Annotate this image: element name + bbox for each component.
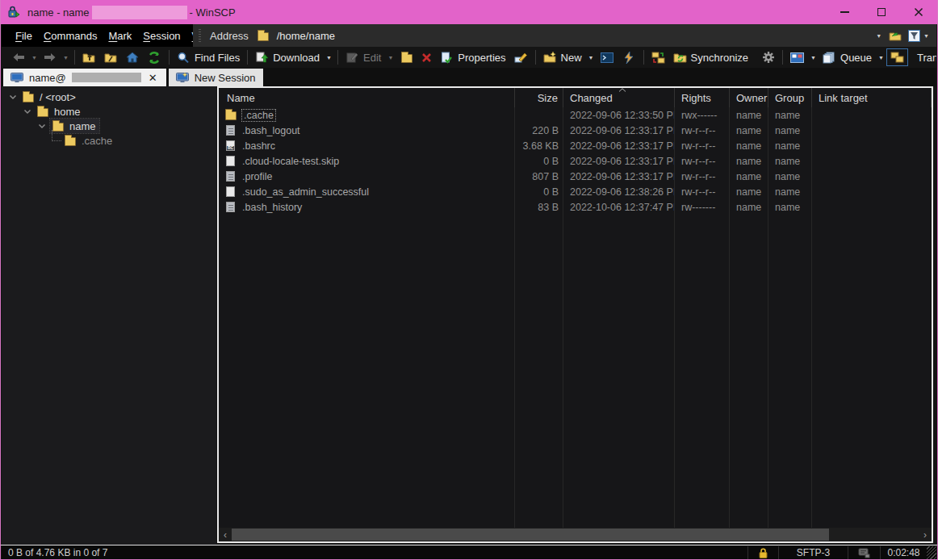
redacted-hostname bbox=[92, 6, 187, 19]
close-icon bbox=[914, 7, 923, 17]
properties-label: Properties bbox=[458, 52, 505, 64]
file-row[interactable]: .cache 2022-09-06 12:33:50 PM rwx------ … bbox=[219, 107, 932, 123]
horizontal-scrollbar[interactable]: ‹ › bbox=[219, 528, 932, 541]
download-button[interactable]: Download bbox=[251, 48, 324, 67]
session-info-cell[interactable] bbox=[848, 546, 880, 559]
preferences-button[interactable] bbox=[757, 48, 779, 67]
folder-icon bbox=[21, 90, 35, 103]
scroll-left-icon[interactable]: ‹ bbox=[219, 528, 232, 541]
tree-item-root[interactable]: / <root> bbox=[2, 90, 216, 104]
address-dropdown-icon[interactable]: ▼ bbox=[876, 33, 881, 39]
refresh-button[interactable] bbox=[144, 48, 165, 67]
file-row[interactable]: .bashrc 3.68 KB 2022-09-06 12:33:17 PM r… bbox=[219, 138, 932, 153]
encryption-lock-cell[interactable] bbox=[747, 546, 778, 559]
session-tab-label: name@ bbox=[29, 72, 66, 84]
find-files-button[interactable]: Find Files bbox=[173, 48, 244, 67]
column-header-size[interactable]: Size bbox=[515, 88, 563, 107]
session-tab-active[interactable]: name@ ✕ bbox=[3, 69, 166, 86]
duplicate-button[interactable] bbox=[396, 48, 417, 67]
edit-dropdown-icon[interactable]: ▼ bbox=[387, 55, 393, 61]
tree-item-home[interactable]: home bbox=[2, 104, 216, 119]
maximize-button[interactable] bbox=[863, 0, 900, 24]
open-console-button[interactable] bbox=[597, 48, 618, 67]
protocol-cell[interactable]: SFTP-3 bbox=[778, 546, 848, 559]
tree-item-name-label: name bbox=[69, 120, 96, 132]
column-header-rights[interactable]: Rights bbox=[675, 88, 730, 107]
file-row[interactable]: .sudo_as_admin_successful 0 B 2022-09-06… bbox=[219, 184, 932, 199]
menu-file[interactable]: File bbox=[10, 24, 38, 47]
chevron-down-icon[interactable] bbox=[23, 107, 32, 116]
tree-item-root-label: / <root> bbox=[40, 91, 76, 103]
custom-commands-button[interactable] bbox=[618, 48, 640, 67]
new-dropdown-icon[interactable]: ▼ bbox=[588, 55, 594, 61]
new-session-tab[interactable]: New Session bbox=[169, 69, 263, 86]
synchronize-browsing-button[interactable] bbox=[647, 48, 669, 67]
winscp-app-icon bbox=[8, 6, 22, 19]
resize-grip[interactable] bbox=[927, 546, 936, 559]
session-info-icon bbox=[858, 548, 870, 558]
parent-directory-button[interactable] bbox=[78, 48, 100, 67]
chevron-down-icon[interactable] bbox=[37, 121, 47, 131]
address-path[interactable]: /home/name bbox=[277, 30, 335, 42]
queue-button[interactable]: Queue bbox=[819, 48, 876, 67]
menu-mark[interactable]: Mark bbox=[103, 24, 137, 47]
home-directory-button[interactable] bbox=[122, 48, 144, 67]
properties-button[interactable]: Properties bbox=[436, 48, 509, 67]
new-session-tab-label: New Session bbox=[195, 72, 256, 84]
column-header-group[interactable]: Group bbox=[768, 88, 812, 107]
minimize-button[interactable] bbox=[826, 0, 863, 24]
synchronize-button[interactable]: Synchronize bbox=[669, 48, 753, 67]
console-icon bbox=[601, 51, 614, 64]
forward-button[interactable] bbox=[40, 48, 61, 67]
folder-icon bbox=[36, 105, 49, 118]
addressbar-grip[interactable] bbox=[199, 29, 201, 42]
edit-button[interactable]: Edit bbox=[341, 48, 385, 67]
panel-layout-dropdown-icon[interactable]: ▼ bbox=[810, 55, 816, 61]
new-icon bbox=[543, 51, 557, 64]
menu-commands[interactable]: Commands bbox=[38, 24, 103, 47]
file-row[interactable]: .bash_logout 220 B 2022-09-06 12:33:17 P… bbox=[219, 123, 932, 138]
tree-item-home-label: home bbox=[54, 106, 81, 118]
back-button[interactable] bbox=[8, 48, 29, 67]
chevron-down-icon[interactable] bbox=[8, 92, 18, 102]
tab-close-icon[interactable]: ✕ bbox=[147, 72, 159, 84]
queue-dropdown-icon[interactable]: ▼ bbox=[878, 55, 884, 61]
forward-dropdown-icon[interactable]: ▼ bbox=[63, 55, 69, 61]
delete-button[interactable] bbox=[417, 48, 436, 67]
session-monitor-icon bbox=[10, 73, 23, 83]
refresh-icon bbox=[148, 51, 161, 64]
scrollbar-thumb[interactable] bbox=[232, 529, 829, 541]
tree-item-name[interactable]: name bbox=[2, 119, 216, 133]
selection-summary: 0 B of 4.76 KB in 0 of 7 bbox=[2, 546, 747, 559]
filter-dropdown-icon[interactable]: ▼ bbox=[923, 33, 929, 39]
tree-item-cache[interactable]: .cache bbox=[2, 133, 216, 148]
root-directory-button[interactable] bbox=[100, 48, 122, 67]
queue-label: Queue bbox=[840, 52, 872, 64]
window-title-prefix: name - name bbox=[27, 6, 90, 19]
panel-layout-button[interactable] bbox=[786, 48, 808, 67]
transfer-settings-button[interactable]: Transfer Settings bbox=[913, 48, 936, 67]
find-files-icon bbox=[177, 51, 191, 64]
filter-icon[interactable] bbox=[907, 29, 921, 42]
transfer-mode-toggle[interactable] bbox=[886, 48, 908, 66]
file-row[interactable]: .cloud-locale-test.skip 0 B 2022-09-06 1… bbox=[219, 153, 932, 169]
file-row[interactable]: .profile 807 B 2022-09-06 12:33:17 PM rw… bbox=[219, 169, 932, 184]
column-header-name[interactable]: Name bbox=[219, 88, 515, 107]
new-button[interactable]: New bbox=[539, 48, 586, 67]
new-session-monitor-icon bbox=[176, 73, 189, 83]
column-header-owner[interactable]: Owner bbox=[730, 88, 768, 107]
file-row[interactable]: .bash_history 83 B 2022-10-06 12:37:47 P… bbox=[219, 199, 932, 215]
remote-file-panel: Name Size Changed Rights Owner Group Lin… bbox=[217, 86, 933, 543]
winscp-window: name - name - WinSCP File Commands Mark … bbox=[0, 0, 938, 560]
open-directory-icon[interactable] bbox=[889, 29, 902, 42]
scroll-right-icon[interactable]: › bbox=[919, 528, 932, 541]
column-header-link-target[interactable]: Link target bbox=[812, 88, 932, 107]
menu-session[interactable]: Session bbox=[137, 24, 186, 47]
new-label: New bbox=[561, 52, 582, 64]
file-name: .cache bbox=[242, 110, 275, 121]
close-button[interactable] bbox=[900, 0, 937, 24]
rename-button[interactable] bbox=[510, 48, 532, 67]
back-dropdown-icon[interactable]: ▼ bbox=[31, 55, 37, 61]
download-dropdown-icon[interactable]: ▼ bbox=[326, 55, 332, 61]
properties-icon bbox=[440, 51, 454, 64]
